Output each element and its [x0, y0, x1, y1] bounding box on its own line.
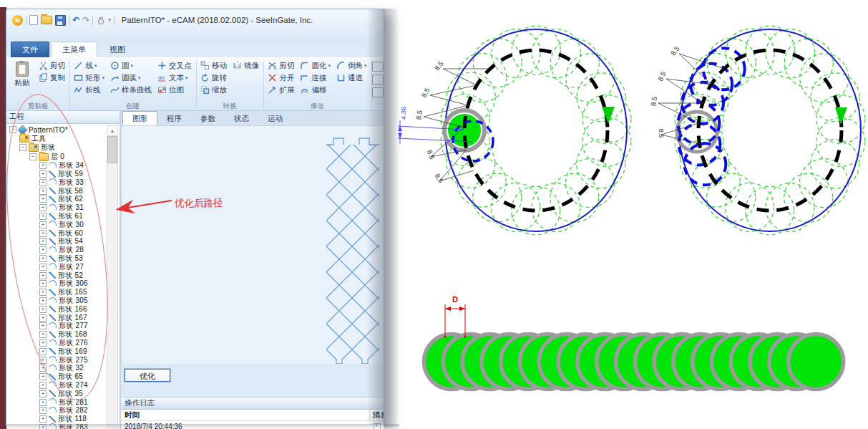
expand-icon[interactable]: +: [39, 280, 47, 287]
expand-icon[interactable]: +: [39, 272, 47, 279]
expand-icon[interactable]: +: [39, 306, 47, 313]
collapse-icon[interactable]: −: [9, 126, 16, 133]
qat-dropdown-icon[interactable]: ▾: [108, 17, 111, 23]
expand-icon[interactable]: +: [39, 390, 47, 397]
rectangle-button[interactable]: 矩形▾: [72, 72, 107, 84]
expand-icon[interactable]: +: [39, 415, 47, 423]
expand-icon[interactable]: +: [39, 255, 47, 262]
tab-main-menu[interactable]: 主菜单: [51, 42, 97, 57]
tree-scrollbar[interactable]: ▲: [107, 125, 118, 429]
expand-icon[interactable]: +: [39, 399, 47, 406]
mirror-button[interactable]: 镜像: [230, 59, 261, 72]
expand-icon[interactable]: +: [39, 348, 47, 355]
expand-icon[interactable]: +: [39, 339, 47, 347]
expand-icon[interactable]: +: [39, 213, 47, 220]
shape-type-icon: [49, 256, 56, 262]
paste-button[interactable]: 粘贴: [9, 59, 35, 88]
redo-icon[interactable]: ↷: [82, 16, 89, 24]
arc-button[interactable]: 圆弧▾: [108, 72, 154, 84]
undo-icon[interactable]: ↶: [72, 16, 79, 24]
circle-button[interactable]: 圆▾: [108, 59, 154, 72]
rotate-button[interactable]: 旋转: [198, 72, 229, 84]
scale-icon: [200, 85, 210, 95]
app-logo-icon[interactable]: M: [12, 15, 23, 26]
scrollbar-thumb[interactable]: [107, 136, 117, 163]
expand-icon[interactable]: +: [39, 188, 47, 195]
group-label-modify: 修改: [265, 101, 369, 110]
shape-type-icon: [49, 230, 56, 236]
optimize-button[interactable]: 优化: [125, 369, 170, 382]
tree-node-shapes[interactable]: − 形状: [9, 143, 120, 153]
window-title: PatternITO* - eCAM (2018.02.002) - SeeIn…: [122, 16, 313, 24]
join-button[interactable]: 连接: [298, 72, 333, 84]
left-ring-diagram: 8.58.58.58.58.54.36: [398, 26, 631, 235]
expand-icon[interactable]: +: [39, 322, 47, 329]
expand-icon[interactable]: +: [39, 331, 47, 338]
expand-icon[interactable]: +: [39, 221, 47, 228]
polyline-button[interactable]: 折线: [72, 84, 107, 96]
extend-button[interactable]: 扩展: [265, 84, 296, 96]
spline-button[interactable]: 样条曲线: [108, 84, 154, 96]
collapse-icon[interactable]: −: [29, 153, 36, 160]
line-button[interactable]: 线▾: [72, 59, 107, 72]
drawing-canvas[interactable]: [121, 126, 384, 364]
expand-icon[interactable]: +: [39, 179, 47, 186]
fillet-button[interactable]: 圆化▾: [298, 59, 333, 72]
pan-hand-icon[interactable]: [96, 16, 105, 25]
expand-icon[interactable]: +: [39, 424, 47, 429]
save-icon[interactable]: [55, 15, 66, 26]
scroll-up-icon[interactable]: ▲: [107, 126, 117, 136]
expand-icon[interactable]: +: [39, 264, 47, 271]
chamfer-button[interactable]: 倒角▾: [334, 59, 369, 72]
offset-button[interactable]: 偏移: [298, 84, 333, 96]
scale-button[interactable]: 缩放: [198, 84, 229, 96]
tab-parameters[interactable]: 参数: [191, 112, 225, 125]
intersection-button[interactable]: 交叉点: [155, 59, 194, 72]
tab-motion[interactable]: 运动: [258, 112, 292, 125]
expand-icon[interactable]: +: [39, 297, 47, 304]
expand-icon[interactable]: +: [39, 357, 47, 364]
tab-program[interactable]: 程序: [157, 112, 191, 125]
expand-icon[interactable]: +: [39, 170, 47, 178]
expand-icon[interactable]: +: [39, 289, 47, 296]
shape-type-icon: [49, 332, 56, 338]
open-file-icon[interactable]: [41, 16, 52, 24]
tree-root[interactable]: − PatternITO*: [9, 125, 120, 135]
shape-type-icon: [49, 314, 56, 321]
circle-row-diagram: D: [424, 295, 844, 390]
expand-icon[interactable]: +: [39, 314, 47, 322]
new-file-icon[interactable]: [29, 15, 38, 25]
tree-node-tools[interactable]: 工具: [9, 135, 120, 144]
tab-file[interactable]: 文件: [11, 42, 49, 57]
expand-icon[interactable]: +: [39, 230, 47, 237]
tab-view[interactable]: 视图: [99, 42, 136, 57]
move-button[interactable]: 移动: [198, 59, 229, 72]
expand-icon[interactable]: +: [39, 162, 47, 169]
text-button[interactable]: 文本▾: [155, 72, 194, 84]
expand-icon[interactable]: +: [39, 365, 47, 372]
copy-button[interactable]: 复制: [36, 72, 67, 84]
expand-icon[interactable]: +: [39, 196, 47, 203]
expand-icon[interactable]: +: [39, 246, 47, 254]
expand-icon[interactable]: +: [39, 204, 47, 211]
expand-icon[interactable]: +: [39, 238, 47, 245]
tab-status[interactable]: 状态: [225, 112, 258, 125]
log-row[interactable]: 2018/7/4 20:44:36: [121, 421, 384, 429]
tree-item[interactable]: + 形状 283: [9, 423, 120, 429]
expand-icon[interactable]: +: [39, 373, 47, 380]
channel-button[interactable]: 通道: [334, 72, 369, 84]
bitmap-button[interactable]: 位图: [155, 84, 194, 96]
log-col-message[interactable]: 消息: [370, 410, 384, 420]
split-button[interactable]: 分开: [265, 72, 296, 84]
trim-button[interactable]: 剪切: [265, 59, 296, 72]
expand-icon[interactable]: +: [39, 407, 47, 414]
expand-icon[interactable]: +: [39, 382, 47, 389]
collapse-icon[interactable]: −: [19, 144, 26, 151]
right-ring-diagram: 8.58.58.58.5: [649, 26, 865, 235]
log-expand-icon[interactable]: [374, 423, 381, 429]
svg-text:4.36: 4.36: [399, 107, 407, 120]
cut-button[interactable]: 剪切: [36, 59, 67, 72]
svg-text:8.5: 8.5: [434, 172, 446, 184]
log-col-time[interactable]: 时间: [121, 410, 370, 420]
tab-graphic[interactable]: 图形: [122, 111, 157, 125]
